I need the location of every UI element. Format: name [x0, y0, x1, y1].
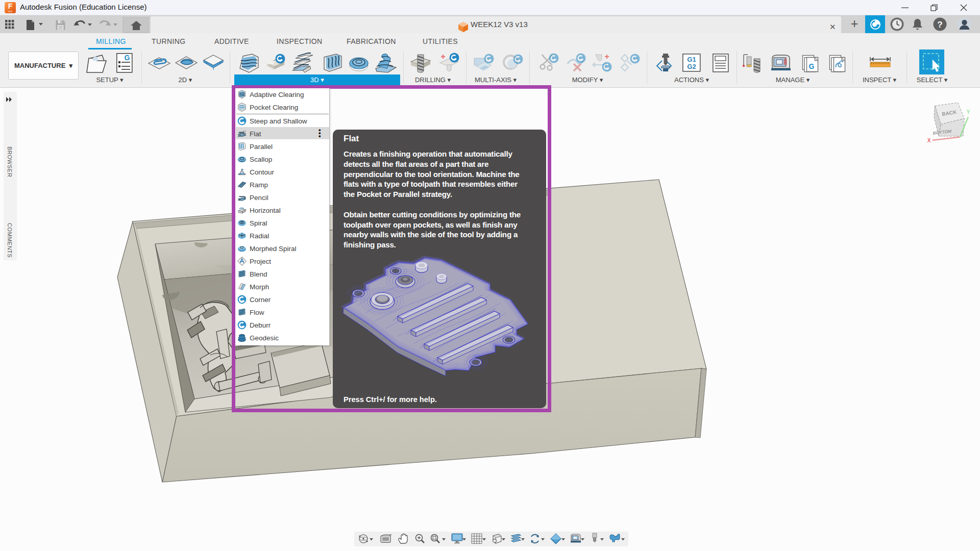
- svg-text:G1: G1: [687, 56, 696, 63]
- svg-text:G: G: [125, 54, 130, 62]
- svg-text:Y: Y: [967, 109, 970, 115]
- svg-text:?: ?: [937, 20, 942, 30]
- svg-text:G: G: [809, 62, 815, 70]
- svg-text:G2: G2: [687, 63, 696, 70]
- svg-text:X: X: [927, 138, 931, 143]
